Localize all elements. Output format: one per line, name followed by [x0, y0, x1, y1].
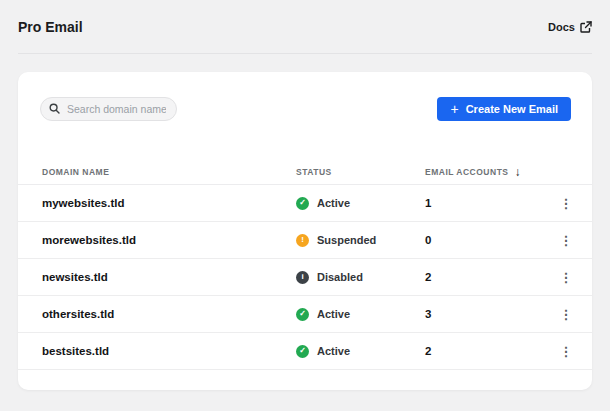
status-badge: i Disabled: [296, 271, 425, 284]
status-suspended-icon: !: [296, 234, 309, 247]
page-header: Pro Email Docs: [0, 0, 610, 53]
status-label: Disabled: [317, 271, 363, 283]
card-footer-spacer: [18, 370, 592, 390]
column-header-domain-name: Domain Name: [42, 167, 296, 177]
domain-name: morewebsites.tld: [42, 234, 296, 246]
email-domains-card: + Create New Email Domain Name Status Em…: [18, 72, 592, 390]
status-label: Active: [317, 345, 350, 357]
status-disabled-icon: i: [296, 271, 309, 284]
domain-name: mywebsites.tld: [42, 197, 296, 209]
domain-name: newsites.tld: [42, 271, 296, 283]
email-accounts-count: 1: [425, 197, 556, 209]
table-row: newsites.tld i Disabled 2 ⋮: [18, 259, 592, 296]
email-accounts-count: 3: [425, 308, 556, 320]
column-header-email-accounts-label: Email Accounts: [425, 167, 509, 177]
table-row: bestsites.tld ✓ Active 2 ⋮: [18, 333, 592, 370]
row-actions-menu-button[interactable]: ⋮: [554, 341, 579, 362]
plus-icon: +: [450, 102, 458, 116]
table-row: morewebsites.tld ! Suspended 0 ⋮: [18, 222, 592, 259]
status-badge: ✓ Active: [296, 308, 425, 321]
status-badge: ✓ Active: [296, 345, 425, 358]
table-header-row: Domain Name Status Email Accounts ↓: [18, 160, 592, 185]
status-label: Suspended: [317, 234, 376, 246]
status-active-icon: ✓: [296, 197, 309, 210]
header-divider: [18, 53, 592, 54]
row-actions-menu-button[interactable]: ⋮: [554, 193, 579, 214]
create-new-email-label: Create New Email: [466, 103, 558, 115]
status-label: Active: [317, 308, 350, 320]
row-actions-menu-button[interactable]: ⋮: [554, 304, 579, 325]
external-link-icon: [580, 21, 592, 33]
table-row: mywebsites.tld ✓ Active 1 ⋮: [18, 185, 592, 222]
column-header-email-accounts[interactable]: Email Accounts ↓: [425, 165, 556, 179]
email-accounts-count: 0: [425, 234, 556, 246]
column-header-status: Status: [296, 167, 425, 177]
row-actions-menu-button[interactable]: ⋮: [554, 230, 579, 251]
status-active-icon: ✓: [296, 345, 309, 358]
email-accounts-count: 2: [425, 271, 556, 283]
page-title: Pro Email: [18, 19, 83, 35]
row-actions-menu-button[interactable]: ⋮: [554, 267, 579, 288]
create-new-email-button[interactable]: + Create New Email: [437, 97, 571, 121]
table-row: othersites.tld ✓ Active 3 ⋮: [18, 296, 592, 333]
status-active-icon: ✓: [296, 308, 309, 321]
search-field-wrapper: [40, 97, 177, 121]
docs-link[interactable]: Docs: [548, 21, 592, 33]
email-accounts-count: 2: [425, 345, 556, 357]
status-label: Active: [317, 197, 350, 209]
status-badge: ! Suspended: [296, 234, 425, 247]
sort-descending-icon: ↓: [515, 165, 521, 179]
domain-name: othersites.tld: [42, 308, 296, 320]
docs-link-label: Docs: [548, 21, 575, 33]
status-badge: ✓ Active: [296, 197, 425, 210]
domain-name: bestsites.tld: [42, 345, 296, 357]
toolbar: + Create New Email: [18, 97, 592, 121]
search-input[interactable]: [40, 97, 177, 121]
